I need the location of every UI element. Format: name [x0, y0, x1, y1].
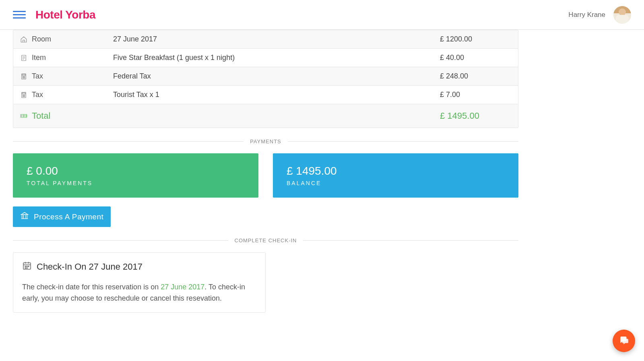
payments-section-divider: PAYMENTS: [13, 138, 518, 144]
row-description: Federal Tax: [113, 72, 440, 80]
svg-point-10: [23, 78, 24, 78]
svg-point-9: [23, 78, 23, 78]
row-amount: £ 248.00: [440, 72, 512, 80]
svg-point-18: [23, 96, 24, 97]
total-payments-card: £ 0.00 TOTAL PAYMENTS: [13, 153, 258, 198]
header-left: Hotel Yorba: [13, 8, 95, 21]
checkin-title-text: Check-In On 27 June 2017: [37, 262, 142, 272]
svg-point-6: [23, 76, 23, 77]
invoice-row-tax-tourist: Tax Tourist Tax x 1 £ 7.00: [13, 86, 518, 104]
invoice-row-room: Room 27 June 2017 £ 1200.00: [13, 30, 518, 49]
row-amount: £ 7.00: [440, 91, 512, 99]
invoice-row-item: Item Five Star Breakfast (1 guest x 1 ni…: [13, 49, 518, 67]
svg-point-15: [23, 95, 24, 95]
main-content: Room 27 June 2017 £ 1200.00 Item Five St…: [0, 30, 531, 329]
row-category: Room: [29, 35, 113, 43]
process-payment-wrap: Process A Payment: [13, 206, 518, 227]
user-name[interactable]: Harry Krane: [568, 11, 605, 19]
checkin-section-divider: COMPLETE CHECK-IN: [13, 237, 518, 243]
menu-toggle-button[interactable]: [13, 11, 26, 19]
header-right: Harry Krane: [568, 6, 631, 24]
svg-rect-13: [22, 93, 25, 94]
svg-point-21: [23, 115, 25, 117]
brand-title[interactable]: Hotel Yorba: [35, 8, 95, 21]
process-payment-label: Process A Payment: [34, 212, 103, 221]
svg-point-7: [23, 76, 24, 77]
svg-point-37: [27, 268, 27, 268]
svg-point-36: [25, 268, 26, 268]
checkin-body-pre: The check-in date for this reservation i…: [22, 283, 161, 291]
balance-value: £ 1495.00: [287, 165, 505, 177]
row-category: Item: [29, 54, 113, 62]
row-amount: £ 40.00: [440, 54, 512, 62]
calculator-icon: [19, 73, 29, 80]
svg-point-8: [25, 76, 25, 77]
checkin-title: Check-In On 27 June 2017: [22, 261, 256, 273]
svg-point-11: [25, 78, 25, 78]
payments-heading: PAYMENTS: [244, 138, 288, 144]
calendar-icon: [22, 261, 32, 273]
total-label: Total: [29, 111, 113, 121]
svg-point-19: [25, 96, 25, 97]
invoice-row-tax-federal: Tax Federal Tax £ 248.00: [13, 67, 518, 86]
invoice-row-total: Total £ 1495.00: [13, 104, 518, 128]
calculator-icon: [19, 91, 29, 99]
bank-icon: [20, 211, 29, 222]
invoice-table: Room 27 June 2017 £ 1200.00 Item Five St…: [13, 30, 518, 128]
row-category: Tax: [29, 72, 113, 80]
row-description: Tourist Tax x 1: [113, 91, 440, 99]
user-avatar[interactable]: [613, 6, 631, 24]
svg-point-35: [28, 266, 29, 267]
balance-card: £ 1495.00 BALANCE: [273, 153, 518, 198]
payment-cards: £ 0.00 TOTAL PAYMENTS £ 1495.00 BALANCE: [13, 153, 518, 198]
document-icon: [19, 54, 29, 62]
svg-point-16: [25, 95, 25, 95]
row-category: Tax: [29, 91, 113, 99]
process-payment-button[interactable]: Process A Payment: [13, 206, 111, 227]
row-description: 27 June 2017: [113, 35, 440, 43]
svg-point-34: [27, 266, 27, 267]
svg-point-17: [23, 96, 23, 97]
svg-point-33: [25, 266, 26, 267]
app-header: Hotel Yorba Harry Krane: [0, 0, 644, 30]
checkin-date-inline: 27 June 2017: [161, 283, 204, 291]
money-icon: [19, 112, 29, 120]
svg-rect-5: [22, 74, 25, 75]
checkin-heading: COMPLETE CHECK-IN: [228, 237, 303, 243]
checkin-body: The check-in date for this reservation i…: [22, 282, 256, 304]
checkin-panel: Check-In On 27 June 2017 The check-in da…: [13, 252, 266, 313]
total-payments-value: £ 0.00: [27, 165, 245, 177]
row-amount: £ 1200.00: [440, 35, 512, 43]
row-description: Five Star Breakfast (1 guest x 1 night): [113, 54, 440, 62]
svg-point-14: [23, 95, 23, 95]
total-amount: £ 1495.00: [440, 111, 512, 121]
total-payments-label: TOTAL PAYMENTS: [27, 180, 245, 186]
balance-label: BALANCE: [287, 180, 505, 186]
home-icon: [19, 36, 29, 43]
